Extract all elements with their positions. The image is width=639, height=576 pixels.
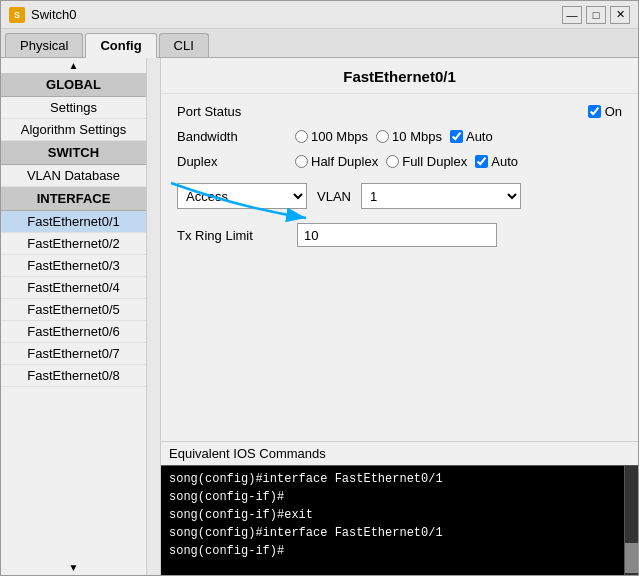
duplex-full-option[interactable]: Full Duplex	[386, 154, 467, 169]
ios-line-2: song(config-if)#	[169, 488, 630, 506]
right-panel: FastEthernet0/1 Port Status On	[161, 58, 638, 575]
port-status-row: Port Status On	[177, 104, 622, 119]
tab-config[interactable]: Config	[85, 33, 156, 58]
duplex-row: Duplex Half Duplex Full Duplex	[177, 154, 622, 169]
sidebar-item-fe03[interactable]: FastEthernet0/3	[1, 255, 146, 277]
sidebar-item-fe05[interactable]: FastEthernet0/5	[1, 299, 146, 321]
sidebar-header-interface: INTERFACE	[1, 187, 146, 211]
bandwidth-auto-option[interactable]: Auto	[450, 129, 493, 144]
sidebar-item-fe04[interactable]: FastEthernet0/4	[1, 277, 146, 299]
maximize-button[interactable]: □	[586, 6, 606, 24]
window-title: Switch0	[31, 7, 562, 22]
ios-line-3: song(config-if)#exit	[169, 506, 630, 524]
sidebar-scrollbar[interactable]	[146, 58, 160, 575]
sidebar-header-switch: SWITCH	[1, 141, 146, 165]
bandwidth-10-label: 10 Mbps	[392, 129, 442, 144]
access-vlan-row: Access Trunk VLAN 1	[177, 179, 622, 213]
bandwidth-row: Bandwidth 100 Mbps 10 Mbps	[177, 129, 622, 144]
sidebar-header-global: GLOBAL	[1, 73, 146, 97]
port-status-label: Port Status	[177, 104, 287, 119]
tx-ring-row: Tx Ring Limit	[177, 223, 622, 247]
config-grid: Port Status On Bandwidth	[161, 94, 638, 257]
bandwidth-auto-label: Auto	[466, 129, 493, 144]
tab-physical[interactable]: Physical	[5, 33, 83, 57]
vlan-label: VLAN	[317, 189, 351, 204]
duplex-full-label: Full Duplex	[402, 154, 467, 169]
sidebar-scroll-up[interactable]: ▲	[1, 58, 146, 73]
tab-cli[interactable]: CLI	[159, 33, 209, 57]
svg-text:S: S	[14, 10, 20, 20]
minimize-button[interactable]: —	[562, 6, 582, 24]
bandwidth-100-radio[interactable]	[295, 130, 308, 143]
duplex-auto-label: Auto	[491, 154, 518, 169]
sidebar-item-fe06[interactable]: FastEthernet0/6	[1, 321, 146, 343]
sidebar-item-fe02[interactable]: FastEthernet0/2	[1, 233, 146, 255]
ios-section: Equivalent IOS Commands song(config)#int…	[161, 441, 638, 575]
main-content: ▲ GLOBAL Settings Algorithm Settings SWI…	[1, 58, 638, 575]
bandwidth-100-label: 100 Mbps	[311, 129, 368, 144]
ios-line-5: song(config-if)#	[169, 542, 630, 560]
interface-title: FastEthernet0/1	[161, 58, 638, 94]
access-select[interactable]: Access Trunk	[177, 183, 307, 209]
ios-scrollbar[interactable]	[624, 466, 638, 575]
duplex-auto-option[interactable]: Auto	[475, 154, 518, 169]
duplex-full-radio[interactable]	[386, 155, 399, 168]
title-bar: S Switch0 — □ ✕	[1, 1, 638, 29]
sidebar: ▲ GLOBAL Settings Algorithm Settings SWI…	[1, 58, 161, 575]
port-status-options: On	[295, 104, 622, 119]
ios-line-4: song(config)#interface FastEthernet0/1	[169, 524, 630, 542]
sidebar-item-vlan-database[interactable]: VLAN Database	[1, 165, 146, 187]
sidebar-item-fe08[interactable]: FastEthernet0/8	[1, 365, 146, 387]
ios-console[interactable]: song(config)#interface FastEthernet0/1 s…	[161, 465, 638, 575]
app-icon: S	[9, 7, 25, 23]
sidebar-item-algorithm-settings[interactable]: Algorithm Settings	[1, 119, 146, 141]
duplex-auto-checkbox[interactable]	[475, 155, 488, 168]
tx-ring-label: Tx Ring Limit	[177, 228, 287, 243]
port-status-checkbox[interactable]	[588, 105, 601, 118]
tabs-bar: Physical Config CLI	[1, 29, 638, 58]
port-status-value: On	[605, 104, 622, 119]
ios-scroll-thumb[interactable]	[625, 543, 638, 573]
bandwidth-10-option[interactable]: 10 Mbps	[376, 129, 442, 144]
config-panel: Port Status On Bandwidth	[161, 94, 638, 441]
window-controls: — □ ✕	[562, 6, 630, 24]
main-window: S Switch0 — □ ✕ Physical Config CLI ▲ GL…	[0, 0, 639, 576]
duplex-half-option[interactable]: Half Duplex	[295, 154, 378, 169]
ios-label: Equivalent IOS Commands	[161, 442, 638, 465]
duplex-options: Half Duplex Full Duplex Auto	[295, 154, 622, 169]
bandwidth-label: Bandwidth	[177, 129, 287, 144]
sidebar-scroll-down[interactable]: ▼	[1, 560, 146, 575]
bandwidth-options: 100 Mbps 10 Mbps Auto	[295, 129, 622, 144]
bandwidth-auto-checkbox[interactable]	[450, 130, 463, 143]
sidebar-item-settings[interactable]: Settings	[1, 97, 146, 119]
sidebar-item-fe07[interactable]: FastEthernet0/7	[1, 343, 146, 365]
duplex-label: Duplex	[177, 154, 287, 169]
close-button[interactable]: ✕	[610, 6, 630, 24]
sidebar-item-fe01[interactable]: FastEthernet0/1	[1, 211, 146, 233]
vlan-select[interactable]: 1	[361, 183, 521, 209]
tx-ring-input[interactable]	[297, 223, 497, 247]
bandwidth-100-option[interactable]: 100 Mbps	[295, 129, 368, 144]
duplex-half-label: Half Duplex	[311, 154, 378, 169]
ios-line-1: song(config)#interface FastEthernet0/1	[169, 470, 630, 488]
duplex-half-radio[interactable]	[295, 155, 308, 168]
bandwidth-10-radio[interactable]	[376, 130, 389, 143]
